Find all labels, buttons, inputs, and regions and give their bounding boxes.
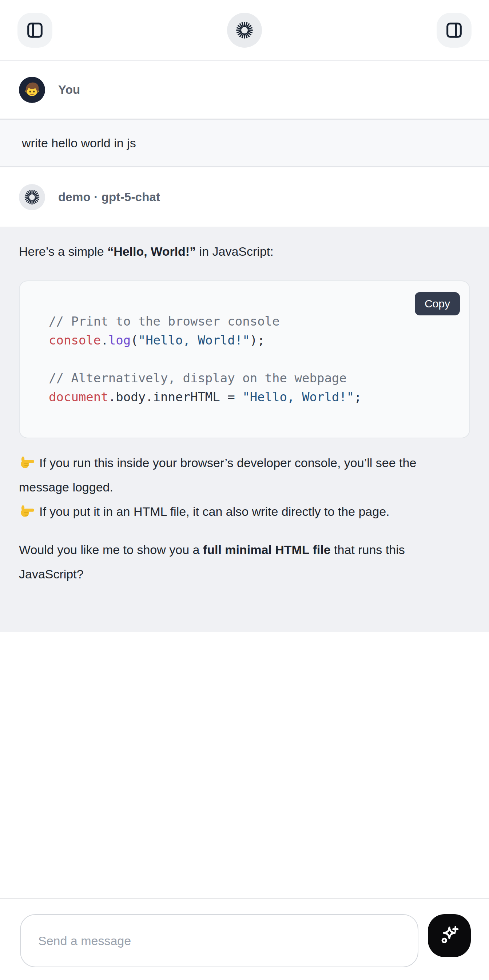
- code-line: // Alternatively, display on the webpage: [49, 369, 459, 387]
- user-message: You write hello world in js: [0, 61, 489, 167]
- code-line: console.log("Hello, World!");: [49, 331, 459, 350]
- assistant-message-band: Here’s a simple “Hello, World!” in JavaS…: [0, 227, 489, 632]
- assistant-sender-label: demo · gpt-5-chat: [58, 190, 160, 204]
- assistant-avatar: [19, 184, 45, 210]
- assistant-message: demo · gpt-5-chat Here’s a simple “Hello…: [0, 167, 489, 632]
- assistant-message-header: demo · gpt-5-chat: [0, 167, 489, 227]
- pointing-right-emoji-icon: [19, 502, 35, 517]
- user-message-text: write hello world in js: [22, 136, 136, 150]
- assistant-question-text: Would you like me to show you a full min…: [19, 538, 437, 586]
- sidebar-toggle-button[interactable]: [18, 13, 53, 48]
- starburst-icon: [235, 21, 254, 40]
- code-content: // Print to the browser consoleconsole.l…: [20, 281, 469, 438]
- note-line: If you run this inside your browser’s de…: [19, 451, 437, 500]
- panel-left-icon: [26, 21, 44, 39]
- assistant-intro-text: Here’s a simple “Hello, World!” in JavaS…: [19, 242, 468, 261]
- sparkle-icon: [438, 924, 460, 948]
- top-bar: [0, 0, 489, 61]
- code-line-blank: [49, 350, 459, 369]
- send-button[interactable]: [428, 914, 471, 957]
- user-message-header: You: [0, 61, 489, 119]
- person-emoji-icon: [21, 79, 43, 101]
- assistant-notes: If you run this inside your browser’s de…: [19, 451, 437, 524]
- pointing-right-emoji-icon: [19, 453, 35, 468]
- chat-app: You write hello world in js demo · gpt-5…: [0, 0, 489, 980]
- message-input[interactable]: [20, 914, 419, 967]
- code-line: document.body.innerHTML = "Hello, World!…: [49, 387, 459, 406]
- brand-spinner-button[interactable]: [227, 13, 262, 48]
- user-message-band: write hello world in js: [0, 119, 489, 167]
- right-panel-toggle-button[interactable]: [436, 13, 471, 48]
- code-block: Copy // Print to the browser consolecons…: [19, 280, 470, 438]
- starburst-icon: [24, 189, 40, 205]
- composer: [0, 898, 489, 977]
- panel-right-icon: [445, 21, 463, 39]
- copy-button[interactable]: Copy: [415, 292, 460, 315]
- chat-scroll-area[interactable]: [0, 632, 489, 898]
- user-avatar: [19, 77, 45, 103]
- user-sender-label: You: [58, 83, 80, 97]
- code-line: // Print to the browser console: [49, 312, 459, 331]
- note-line: If you put it in an HTML file, it can al…: [19, 500, 437, 524]
